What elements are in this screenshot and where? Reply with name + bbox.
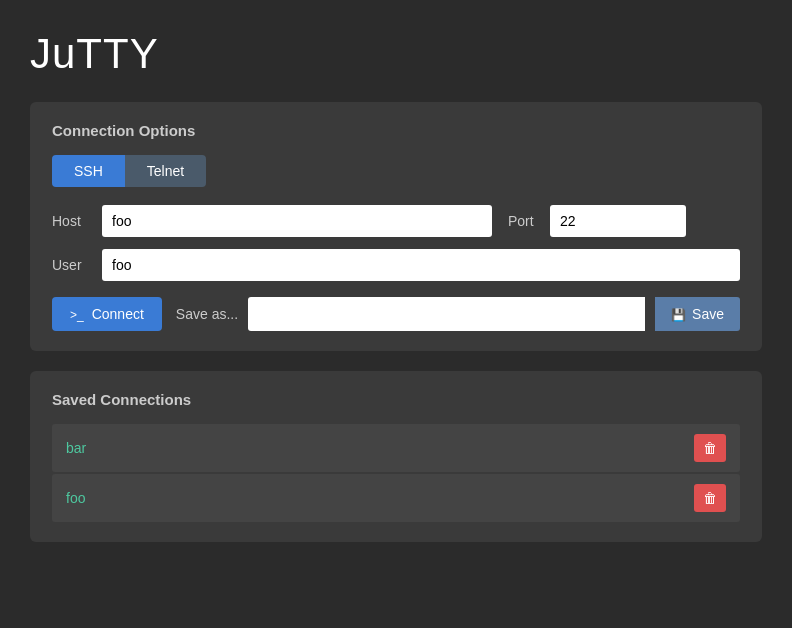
list-item: foo🗑 — [52, 474, 740, 522]
port-label: Port — [508, 213, 540, 229]
port-input[interactable] — [550, 205, 686, 237]
saved-connection-name[interactable]: bar — [66, 440, 86, 456]
saved-connections-list: bar🗑foo🗑 — [52, 424, 740, 522]
protocol-tab-row: SSH Telnet — [52, 155, 740, 187]
host-label: Host — [52, 213, 92, 229]
action-row: Connect Save as... Save — [52, 297, 740, 331]
user-input[interactable] — [102, 249, 740, 281]
tab-ssh[interactable]: SSH — [52, 155, 125, 187]
delete-connection-button[interactable]: 🗑 — [694, 434, 726, 462]
trash-icon: 🗑 — [703, 440, 717, 456]
delete-connection-button[interactable]: 🗑 — [694, 484, 726, 512]
connect-button[interactable]: Connect — [52, 297, 162, 331]
connection-options-title: Connection Options — [52, 122, 740, 139]
save-as-label: Save as... — [176, 306, 238, 322]
host-input[interactable] — [102, 205, 492, 237]
saved-connections-panel: Saved Connections bar🗑foo🗑 — [30, 371, 762, 542]
terminal-icon — [70, 306, 86, 322]
saved-connections-title: Saved Connections — [52, 391, 740, 408]
save-name-input[interactable] — [248, 297, 645, 331]
tab-telnet[interactable]: Telnet — [125, 155, 206, 187]
floppy-icon — [671, 306, 686, 322]
host-port-row: Host Port — [52, 205, 740, 237]
saved-connection-name[interactable]: foo — [66, 490, 85, 506]
app-title: JuTTY — [30, 30, 762, 78]
user-row: User — [52, 249, 740, 281]
save-label: Save — [692, 306, 724, 322]
user-label: User — [52, 257, 92, 273]
connect-label: Connect — [92, 306, 144, 322]
list-item: bar🗑 — [52, 424, 740, 472]
trash-icon: 🗑 — [703, 490, 717, 506]
connection-options-panel: Connection Options SSH Telnet Host Port … — [30, 102, 762, 351]
save-button[interactable]: Save — [655, 297, 740, 331]
